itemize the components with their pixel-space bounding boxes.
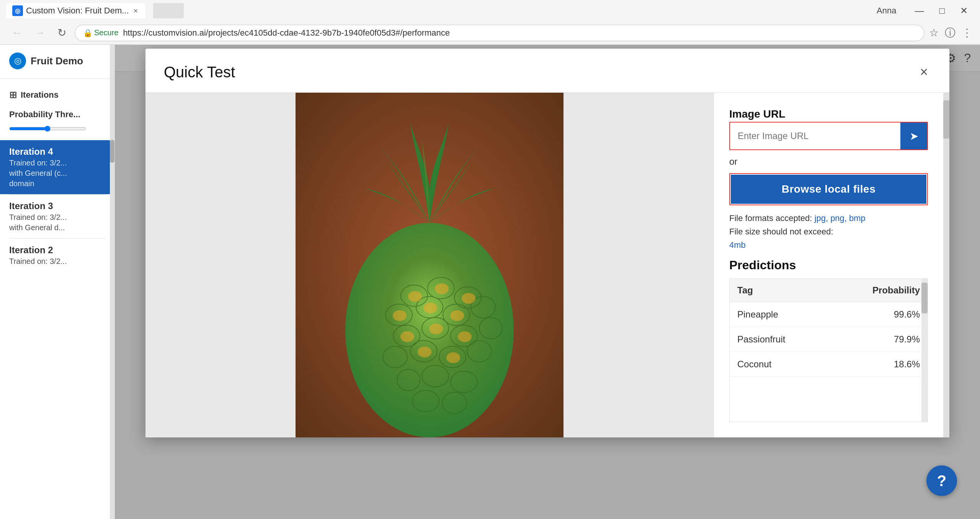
svg-point-32 — [446, 352, 460, 363]
secure-label: Secure — [94, 28, 118, 37]
prediction-row-coconut: Coconut 18.6% — [730, 352, 928, 377]
main-content: ⚙ ? Quick Test × — [115, 45, 980, 519]
window-controls: Anna — □ ✕ — [871, 2, 974, 19]
iteration3-detail2: with General d... — [9, 223, 105, 232]
pineapple-svg — [296, 93, 564, 437]
minimize-button[interactable]: — — [909, 2, 930, 19]
svg-point-29 — [429, 324, 443, 334]
file-formats-text: File formats accepted: — [729, 213, 815, 223]
sidebar: ◎ Fruit Demo ⊞ Iterations Probability Th… — [0, 45, 115, 519]
url-go-button[interactable]: ➤ — [900, 123, 927, 149]
predictions-title: Predictions — [729, 258, 928, 272]
iteration4-detail3: domain — [9, 179, 105, 188]
probability-threshold-section: Probability Thre... — [0, 103, 114, 140]
sidebar-scrollbar-thumb — [110, 140, 114, 163]
predictions-section: Predictions Tag Probability Pineapple 99… — [729, 258, 928, 422]
menu-icon[interactable]: ⋮ — [962, 26, 972, 39]
help-icon: ? — [937, 472, 946, 490]
app-container: ◎ Fruit Demo ⊞ Iterations Probability Th… — [0, 45, 980, 519]
svg-point-30 — [458, 331, 472, 342]
svg-point-31 — [418, 347, 431, 357]
tab-favicon: ◎ — [12, 5, 23, 16]
prediction-row-passionfruit: Passionfruit 79.9% — [730, 327, 928, 352]
modal-scrollbar-thumb — [943, 100, 949, 139]
sidebar-item-iteration3[interactable]: Iteration 3 Trained on: 3/2... with Gene… — [0, 195, 114, 238]
pred-tag-pineapple: Pineapple — [737, 309, 859, 320]
iteration4-name: Iteration 4 — [9, 146, 105, 157]
cv-logo-icon: ◎ — [15, 7, 20, 15]
iteration4-detail1: Trained on: 3/2... — [9, 159, 105, 167]
svg-point-22 — [408, 291, 422, 302]
probability-threshold-label: Probability Thre... — [9, 110, 105, 120]
image-url-input[interactable] — [730, 124, 900, 147]
image-url-section: Image URL ➤ — [729, 108, 928, 150]
image-panel — [145, 93, 714, 437]
file-size-limit: 4mb — [729, 240, 746, 250]
pred-tag-coconut: Coconut — [737, 359, 859, 370]
secure-badge: 🔒 Secure — [83, 28, 118, 38]
sidebar-item-iteration2[interactable]: Iteration 2 Trained on: 3/2... — [0, 239, 114, 272]
pred-tag-passionfruit: Passionfruit — [737, 334, 859, 345]
browse-local-files-button[interactable]: Browse local files — [731, 175, 926, 204]
browser-titlebar: ◎ Custom Vision: Fruit Dem... × Anna — □… — [0, 0, 980, 21]
iterations-label: Iterations — [21, 90, 59, 100]
svg-point-26 — [423, 303, 437, 313]
pred-prob-passionfruit: 79.9% — [859, 334, 920, 345]
modal-body: Image URL ➤ or Browse — [145, 93, 949, 437]
iteration3-detail1: Trained on: 3/2... — [9, 213, 105, 222]
close-window-button[interactable]: ✕ — [954, 2, 974, 19]
forward-button[interactable]: → — [31, 25, 49, 41]
probability-threshold-slider[interactable] — [9, 126, 86, 132]
browser-tab[interactable]: ◎ Custom Vision: Fruit Dem... × — [6, 3, 145, 18]
modal-overlay: Quick Test × — [115, 45, 980, 519]
sidebar-logo: ◎ Fruit Demo — [0, 52, 114, 79]
iteration4-detail2: with General (c... — [9, 169, 105, 178]
tab-title: Custom Vision: Fruit Dem... — [26, 6, 129, 16]
reload-button[interactable]: ↻ — [54, 24, 70, 41]
help-button[interactable]: ? — [926, 465, 957, 496]
pred-prob-coconut: 18.6% — [859, 359, 920, 370]
file-formats-links: jpg, png, bmp — [815, 213, 866, 223]
url-input-container: ➤ — [729, 122, 928, 150]
prediction-row-pineapple: Pineapple 99.6% — [730, 302, 928, 327]
url-text[interactable]: https://customvision.ai/projects/ec4105d… — [123, 28, 916, 38]
modal-vertical-scrollbar[interactable] — [943, 93, 949, 437]
or-divider: or — [729, 156, 928, 167]
sidebar-scrollbar[interactable] — [110, 45, 114, 519]
iteration3-name: Iteration 3 — [9, 201, 105, 211]
modal-header: Quick Test × — [145, 49, 949, 93]
tag-column-header: Tag — [737, 285, 859, 296]
predictions-table: Tag Probability Pineapple 99.6% Passionf… — [729, 278, 928, 422]
svg-point-24 — [462, 293, 475, 304]
svg-point-25 — [393, 310, 407, 321]
info-icon[interactable]: ⓘ — [945, 26, 956, 40]
new-tab-area — [153, 3, 184, 18]
modal-close-button[interactable]: × — [917, 61, 931, 83]
probability-column-header: Probability — [859, 285, 920, 296]
layers-icon: ⊞ — [9, 90, 17, 100]
browser-toolbar: ← → ↻ 🔒 Secure https://customvision.ai/p… — [0, 21, 980, 44]
eye-icon: ◎ — [14, 56, 21, 66]
predictions-scrollbar[interactable] — [921, 279, 928, 422]
svg-point-23 — [435, 283, 449, 294]
iteration2-detail1: Trained on: 3/2... — [9, 257, 105, 266]
address-bar[interactable]: 🔒 Secure https://customvision.ai/project… — [75, 25, 924, 41]
svg-point-27 — [450, 310, 464, 321]
app-logo-text: Fruit Demo — [31, 55, 83, 67]
right-panel: Image URL ➤ or Browse — [714, 93, 943, 437]
svg-point-28 — [400, 331, 414, 342]
image-url-label: Image URL — [729, 108, 928, 120]
quick-test-modal: Quick Test × — [145, 49, 949, 437]
pred-prob-pineapple: 99.6% — [859, 309, 920, 320]
browse-btn-container: Browse local files — [729, 173, 928, 205]
maximize-button[interactable]: □ — [933, 2, 951, 19]
bookmark-icon[interactable]: ☆ — [929, 26, 939, 39]
iteration2-name: Iteration 2 — [9, 245, 105, 255]
modal-title: Quick Test — [164, 64, 235, 81]
back-button[interactable]: ← — [8, 25, 26, 41]
lock-icon: 🔒 — [83, 28, 93, 38]
sidebar-item-iteration4[interactable]: Iteration 4 Trained on: 3/2... with Gene… — [0, 140, 114, 194]
tab-close-button[interactable]: × — [132, 5, 140, 17]
app-logo-icon: ◎ — [9, 52, 26, 69]
browser-chrome: ◎ Custom Vision: Fruit Dem... × Anna — □… — [0, 0, 980, 45]
